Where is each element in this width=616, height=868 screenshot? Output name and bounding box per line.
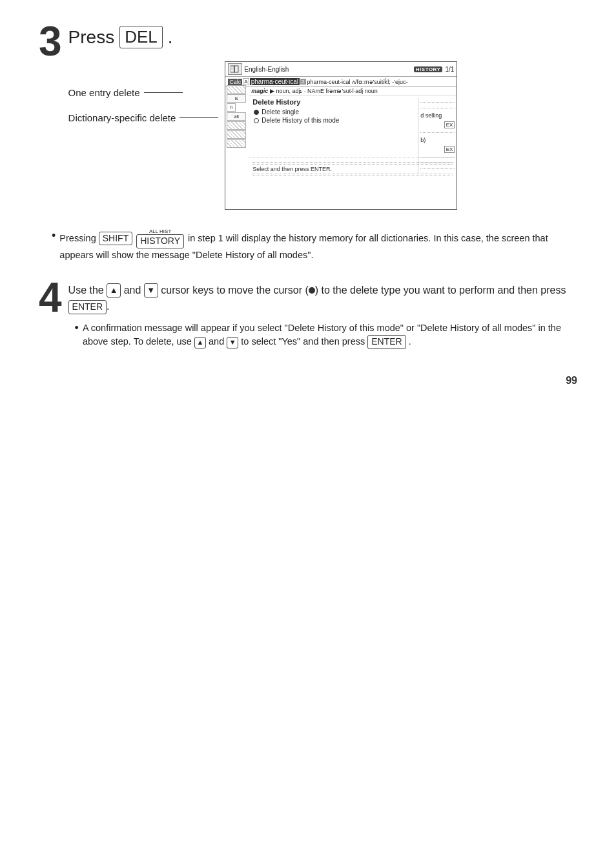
ex-badge-2: EX (444, 146, 455, 153)
dotted-3 (420, 132, 455, 133)
history-key: HISTORY (136, 234, 184, 248)
menu-item1-text: Delete single (262, 108, 299, 116)
page-number: 99 (566, 375, 577, 387)
step3-content: Press DEL . One entry delete Dictionary-… (68, 26, 577, 210)
bullet-item-1: • Pressing SHIFT ALL HIST HISTORY in ste… (52, 229, 577, 262)
right-text1: d selling (420, 112, 455, 119)
icon-row-2: fi (227, 103, 246, 112)
arrow-line-1 (144, 92, 183, 93)
dotted-5 (420, 163, 455, 163)
step4-text1: Use the (68, 285, 107, 296)
step3-main: One entry delete Dictionary-specific del… (68, 61, 577, 210)
menu-item2-text: Delete History of this mode (262, 117, 339, 124)
label-dict-specific-text: Dictionary-specific delete (68, 112, 176, 123)
screen-right-panel: d selling EX b) EX (418, 98, 457, 173)
screen-mockup: English-English HISTORY 1/1 Calc A pharm… (225, 61, 457, 210)
bullet-dot-1: • (52, 229, 56, 243)
step4-text4: ) to the delete type you want to perform… (315, 285, 566, 296)
label-dict-specific: Dictionary-specific delete (68, 112, 219, 123)
enter-key: ENTER (68, 300, 107, 314)
icon-all: all (227, 112, 246, 121)
all-hist-label: ALL HIST (149, 229, 171, 234)
step3-labels: One entry delete Dictionary-specific del… (68, 87, 219, 137)
magic-word: magic (251, 88, 268, 94)
down-arrow-key-2: ▼ (227, 337, 238, 348)
step4-container: 4 Use the ▲ and ▼ cursor keys to move th… (39, 282, 577, 355)
book-icon (228, 63, 242, 75)
history-badge: HISTORY (414, 66, 443, 72)
hatch-4 (227, 139, 246, 148)
bottom-text: Select and then press ENTER. (252, 166, 332, 172)
step3-title: Press DEL . (68, 26, 577, 48)
page: 3 Press DEL . One entry delete Dictionar… (0, 0, 616, 406)
step4-and: and (124, 285, 144, 296)
del-key: DEL (119, 26, 163, 48)
svg-rect-2 (234, 66, 238, 72)
label-one-entry: One entry delete (68, 87, 219, 98)
up-arrow-key-2: ▲ (194, 337, 206, 348)
step4-bullet-text4: . (409, 336, 411, 347)
step4-bullet-dot: • (75, 321, 79, 336)
up-arrow-key: ▲ (107, 283, 121, 298)
step3-number: 3 (39, 21, 62, 62)
step3-title-prefix: Press (68, 27, 115, 48)
radio-selected-1 (254, 110, 259, 115)
hatch-2 (227, 121, 246, 130)
bullet1-text: Pressing SHIFT ALL HIST HISTORY in step … (59, 229, 577, 262)
step4-content: Use the ▲ and ▼ cursor keys to move the … (68, 282, 577, 355)
step4-bullet-text3: to select "Yes" and then press (241, 336, 367, 347)
dotted-6 (420, 168, 455, 169)
arrow-line-2 (180, 117, 218, 118)
icon-is: is (235, 96, 238, 101)
screen-page-num: 1/1 (445, 66, 454, 73)
dotted-4 (420, 157, 455, 157)
search-num: 2 (300, 79, 305, 85)
hatch-3 (227, 130, 246, 139)
dotted-bottom4 (252, 176, 453, 176)
screen-search-row: Calc A pharma·ceut·ical 2 pharma-ceut-ic… (225, 77, 457, 87)
down-arrow-key: ▼ (144, 283, 158, 298)
radio-empty-2 (254, 118, 259, 123)
screen-dict-name: English-English (244, 66, 289, 73)
step4-number: 4 (39, 277, 62, 318)
icon-fi: fi (227, 103, 236, 112)
ex-badge-1: EX (444, 121, 455, 128)
icon-row-1: is (227, 94, 246, 103)
step3-title-suffix: . (168, 27, 173, 48)
screen-row2: magic ▶ noun, adj₁ · NAmE frəmə'sut·l·ad… (249, 87, 457, 96)
step4-bullet-text: A confirmation message will appear if yo… (83, 321, 577, 350)
label-one-entry-text: One entry delete (68, 87, 140, 98)
left-hatch-area: is fi all (225, 84, 247, 149)
screen-top-bar: English-English HISTORY 1/1 (225, 62, 457, 77)
bullet-section-1: • Pressing SHIFT ALL HIST HISTORY in ste… (52, 229, 577, 262)
shift-key: SHIFT (99, 232, 132, 246)
right-text2: b) (420, 137, 455, 143)
step4-text3: cursor keys to move the cursor ( (161, 285, 309, 296)
step4-and2: and (209, 336, 227, 347)
step4-text5: . (107, 301, 109, 312)
enter-key-2: ENTER (367, 335, 406, 349)
dotted-2 (420, 108, 455, 108)
search-term2: pharma-ceut-ical ʌ/fɑːmə'suitiḱl; -'ejuc… (307, 79, 408, 85)
step4-bullet-item: • A confirmation message will appear if … (75, 321, 577, 350)
shift-history-group: ALL HIST HISTORY (136, 229, 184, 248)
screen-top-left: English-English (228, 63, 289, 75)
step3-container: 3 Press DEL . One entry delete Dictionar… (39, 26, 577, 210)
icon-spacer (236, 103, 246, 112)
search-term-highlighted: pharma·ceut·ical (250, 78, 300, 85)
svg-rect-0 (231, 66, 234, 72)
cursor-symbol (309, 287, 315, 294)
magic-rest: ▶ noun, adj₁ · NAmE frəmə'sut·l·adj noun (270, 88, 378, 94)
dotted-bottom3 (252, 174, 453, 174)
step4-title: Use the ▲ and ▼ cursor keys to move the … (68, 282, 577, 315)
dotted-1 (420, 102, 455, 103)
hatch-1 (227, 85, 246, 94)
